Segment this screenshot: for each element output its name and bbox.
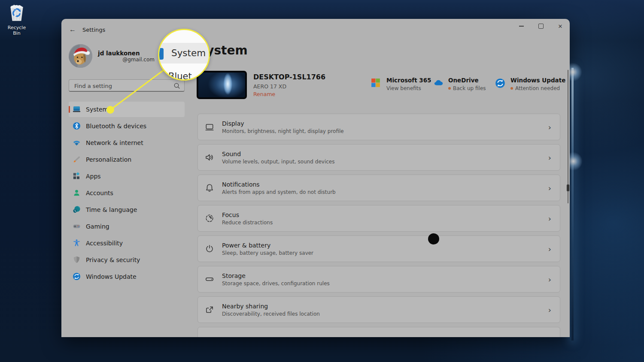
card-title: Sound <box>222 151 334 158</box>
device-name: DESKTOP-1SL1766 <box>253 73 325 81</box>
back-button[interactable]: ← <box>67 24 78 35</box>
quick-link-title: OneDrive <box>448 77 486 84</box>
scrollbar-track[interactable] <box>568 70 568 203</box>
windows-update-icon <box>495 78 505 88</box>
sidebar-item-label: System <box>86 106 108 113</box>
sidebar-item-accessibility[interactable]: Accessibility <box>69 235 185 251</box>
minimize-icon <box>519 26 524 26</box>
settings-window: ← Settings ✕ <box>61 19 570 337</box>
sidebar-item-accounts[interactable]: Accounts <box>69 185 185 201</box>
card-title: Focus <box>222 211 273 219</box>
account-profile[interactable]: jd laukkonen @gmail.com <box>69 44 155 69</box>
card-subtitle: Reduce distractions <box>222 220 273 226</box>
settings-card-nearby-sharing[interactable]: Nearby sharingDiscoverability, received … <box>197 296 560 323</box>
sidebar-item-label: Privacy & security <box>86 256 140 263</box>
callout-label: System <box>171 48 206 58</box>
search-input[interactable] <box>73 80 172 92</box>
onedrive-icon <box>433 78 443 88</box>
quick-link-onedrive[interactable]: OneDriveBack up files <box>433 77 486 91</box>
sidebar-item-bluetooth-devices[interactable]: Bluetooth & devices <box>69 118 185 134</box>
quick-link-title: Microsoft 365 <box>386 77 431 84</box>
sidebar-item-label: Windows Update <box>86 273 137 280</box>
network-icon <box>73 139 81 147</box>
card-subtitle: Storage space, drives, configuration rul… <box>222 281 330 287</box>
sidebar-item-time-language[interactable]: Time & language <box>69 202 185 217</box>
settings-card-power-battery[interactable]: Power & batterySleep, battery usage, bat… <box>197 235 560 262</box>
chevron-right-icon: › <box>548 244 551 253</box>
settings-card-storage[interactable]: StorageStorage space, drives, configurat… <box>197 266 560 293</box>
account-name: jd laukkonen <box>98 50 155 57</box>
sidebar-item-label: Accounts <box>86 190 113 196</box>
sidebar-item-gaming[interactable]: Gaming <box>69 219 185 234</box>
device-model: AERO 17 XD <box>253 83 286 90</box>
settings-card-notifications[interactable]: NotificationsAlerts from apps and system… <box>197 175 560 201</box>
storage-icon <box>205 275 214 284</box>
sidebar-item-apps[interactable]: Apps <box>69 169 185 184</box>
gaming-icon <box>73 222 81 230</box>
avatar <box>69 44 92 68</box>
privacy-security-icon <box>73 256 81 264</box>
notifications-icon <box>205 183 214 193</box>
sidebar-item-label: Network & internet <box>86 139 143 146</box>
device-wallpaper-preview <box>198 72 245 97</box>
bluetooth-icon <box>73 122 81 130</box>
callout-partial-icon <box>158 48 164 60</box>
sidebar-item-label: Time & language <box>86 206 137 213</box>
personalization-icon <box>73 155 81 163</box>
chevron-right-icon: › <box>548 153 551 162</box>
sidebar-item-personalization[interactable]: Personalization <box>69 152 185 167</box>
card-subtitle: Monitors, brightness, night light, displ… <box>222 128 344 134</box>
microsoft-365-icon <box>371 78 381 88</box>
sound-icon <box>205 153 214 162</box>
sidebar-item-label: Bluetooth & devices <box>86 123 146 130</box>
card-title: Multitasking <box>222 337 258 338</box>
card-subtitle: Sleep, battery usage, battery saver <box>222 250 313 256</box>
search-box <box>69 79 185 92</box>
sidebar-item-label: Accessibility <box>86 240 123 247</box>
multitasking-icon <box>205 335 214 337</box>
chevron-right-icon: › <box>548 184 551 193</box>
scrollbar-thumb[interactable] <box>567 184 569 191</box>
screenshot-stage: Recycle Bin ← Settings ✕ <box>0 0 644 362</box>
close-button[interactable]: ✕ <box>551 19 570 33</box>
quick-link-windows-update[interactable]: Windows UpdateAttention needed <box>495 77 565 91</box>
click-annotation-dot <box>428 233 439 244</box>
sidebar-item-windows-update[interactable]: Windows Update <box>69 269 185 284</box>
status-dot <box>510 87 513 90</box>
rename-link[interactable]: Rename <box>253 91 275 97</box>
sidebar-item-network-internet[interactable]: Network & internet <box>69 135 185 151</box>
chevron-right-icon: › <box>548 123 551 132</box>
system-icon <box>73 105 81 113</box>
close-icon: ✕ <box>558 23 563 30</box>
sidebar-item-label: Gaming <box>86 223 109 230</box>
card-title: Notifications <box>222 181 336 188</box>
sidebar-item-label: Apps <box>86 173 101 180</box>
sidebar-item-privacy-security[interactable]: Privacy & security <box>69 252 185 268</box>
recycle-bin-icon <box>8 16 26 24</box>
status-dot <box>448 87 451 90</box>
minimize-button[interactable] <box>512 19 531 33</box>
card-subtitle: Volume levels, output, input, sound devi… <box>222 159 334 165</box>
settings-card-focus[interactable]: FocusReduce distractions› <box>197 205 560 232</box>
quick-link-microsoft-365[interactable]: Microsoft 365View benefits <box>371 77 431 91</box>
time-language-icon <box>73 205 81 214</box>
window-title: Settings <box>82 27 105 33</box>
chevron-right-icon: › <box>548 336 551 338</box>
chevron-right-icon: › <box>548 305 551 314</box>
windows-update-icon <box>73 272 81 281</box>
accessibility-icon <box>73 239 81 247</box>
maximize-button[interactable] <box>532 19 550 33</box>
sidebar-item-system[interactable]: System <box>69 102 185 117</box>
settings-card-multitasking[interactable]: Multitasking› <box>197 327 560 337</box>
search-icon[interactable] <box>173 82 181 90</box>
chevron-right-icon: › <box>548 275 551 284</box>
chevron-right-icon: › <box>548 214 551 223</box>
quick-link-subtitle: View benefits <box>386 85 421 91</box>
card-subtitle: Discoverability, received files location <box>222 311 320 317</box>
card-title: Display <box>222 120 344 127</box>
quick-link-subtitle: Attention needed <box>515 85 560 91</box>
settings-card-sound[interactable]: SoundVolume levels, output, input, sound… <box>197 144 560 171</box>
recycle-bin-shortcut[interactable]: Recycle Bin <box>3 3 30 36</box>
settings-card-display[interactable]: DisplayMonitors, brightness, night light… <box>197 114 560 140</box>
display-icon <box>205 122 214 132</box>
